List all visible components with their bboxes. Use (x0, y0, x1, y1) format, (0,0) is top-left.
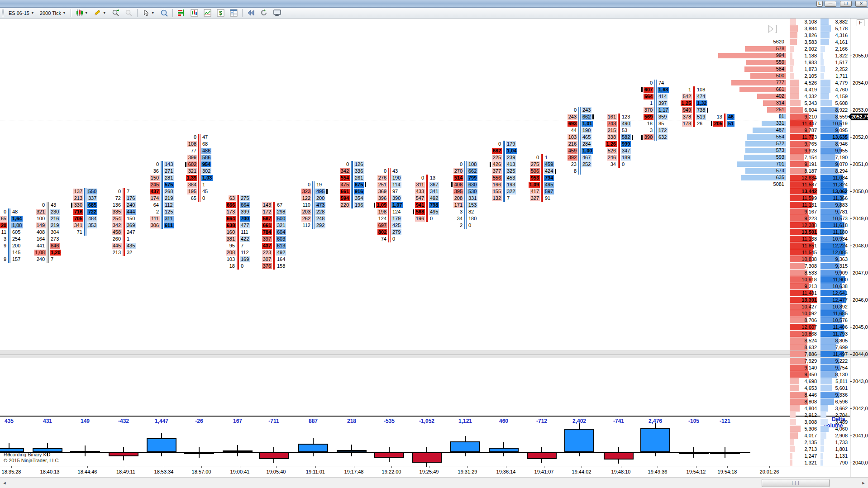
toolbar-grip[interactable] (2, 9, 4, 17)
focus-button[interactable]: F (857, 19, 864, 26)
profile-cell-fill (820, 426, 829, 432)
footprint-row: 110473 (294, 202, 332, 208)
profile-bid-cell: 11,481 (790, 290, 818, 296)
footprint-cell: 798 (429, 202, 446, 208)
profile-bid-cell: 11,545 (790, 249, 818, 256)
chart-style-button[interactable]: ▼ (73, 9, 91, 18)
drawing-tools-button[interactable]: ▼ (91, 9, 109, 18)
footprint-row: 408304 (29, 229, 67, 236)
bid-volume: 77 (190, 148, 197, 154)
ask-volume: 298 (276, 209, 286, 215)
instrument-selector[interactable]: ES 06-15▼ (6, 9, 37, 18)
zoom-in-button[interactable] (109, 9, 122, 18)
footprint-cell: 0 (560, 107, 577, 113)
scrollbar-thumb[interactable]: | | | (762, 479, 830, 487)
time-axis-tick (544, 466, 544, 468)
bid-volume: 1,08 (34, 250, 46, 256)
interval-selector[interactable]: 2000 Tick▼ (37, 9, 69, 18)
close-button[interactable]: ✕ (855, 1, 867, 7)
profile-value: 8,533 (804, 270, 817, 275)
workspace-button[interactable] (271, 9, 284, 18)
footprint-cell: 160 (219, 229, 236, 235)
bid-volume: 377 (492, 168, 502, 174)
cursor-tool-button[interactable]: ▼ (139, 9, 157, 18)
scroll-right-icon[interactable]: ► (860, 479, 867, 487)
footprint-cell: 367 (429, 182, 446, 188)
ask-volume: 473 (315, 202, 325, 208)
bid-volume: 122 (301, 195, 311, 201)
reload-button[interactable] (258, 9, 271, 18)
footprint-row: 395530 (446, 188, 484, 195)
footprint-cell: 354 (354, 195, 371, 201)
footprint-bar: 0108270662514799408630395530208331171153… (446, 161, 484, 229)
footprint-row: 6821,04 (485, 147, 523, 154)
zoom-out-button[interactable] (122, 9, 135, 18)
interval-label: 2000 Tick (40, 10, 61, 16)
price-axis-label: 2051,00 (853, 161, 868, 167)
chart-surface[interactable]: F Recording Binary KO © 2015 NinjaTrader… (0, 19, 868, 477)
indicator-button[interactable] (201, 9, 214, 18)
profile-value: 4,419 (804, 87, 817, 92)
rewind-button[interactable] (244, 9, 258, 18)
profile-histogram-value: 994 (776, 52, 784, 58)
footprint-cell: 949 (675, 107, 692, 113)
ask-volume: 399 (240, 209, 250, 215)
footprint-cell: 341 (66, 223, 83, 228)
footprint-row: 949738 (675, 107, 713, 114)
region-zoom-button[interactable] (157, 9, 171, 18)
minimize-button[interactable]: — (825, 1, 836, 7)
account-button[interactable]: $ (214, 9, 227, 18)
ask-volume: 108 (696, 87, 706, 93)
footprint-cell: 307 (255, 256, 272, 262)
footprint-bar: 0143362711502812455754372681742196411221… (143, 161, 181, 229)
market-analyzer-button[interactable] (175, 9, 188, 18)
bid-volume: 1,09 (376, 202, 387, 208)
bid-volume: 342 (340, 168, 350, 174)
footprint-cell: 7 (240, 243, 257, 249)
delta-wick (503, 442, 504, 448)
footprint-cell: 111 (143, 216, 160, 222)
profile-value: 5,811 (835, 379, 848, 384)
footprint-row: 3841 (180, 181, 218, 188)
footprint-cell: 108 (696, 87, 713, 93)
profile-value: 8,706 (804, 317, 817, 323)
footprint-cell: 607 (636, 87, 653, 93)
time-axis-tick (429, 466, 429, 468)
profile-bid-cell: 2,912 (790, 412, 818, 418)
bid-volume: 370 (644, 107, 653, 113)
profile-histogram-value: 314 (776, 100, 784, 105)
footprint-cell: 500 (276, 216, 293, 222)
ask-volume: 875 (354, 182, 364, 188)
footprint-row: 013 (408, 175, 446, 181)
title-bar[interactable]: L — ❐ ✕ (0, 0, 868, 8)
profile-value: 7,699 (835, 345, 848, 350)
scroll-left-icon[interactable]: ◄ (1, 479, 8, 487)
orders-grid-button[interactable] (227, 9, 240, 18)
profile-ask-cell: 4,779 (820, 80, 849, 86)
footprint-cell: 743 (600, 121, 617, 127)
chart-trader-button[interactable] (188, 9, 201, 18)
profile-cell-fill (820, 100, 832, 106)
profile-value: 12,388 (801, 223, 817, 228)
bid-volume: 213 (112, 250, 122, 256)
bid-volume: 251 (377, 182, 387, 188)
delta-bar (109, 452, 138, 456)
footprint-cell: 48 (11, 209, 28, 215)
delta-wick (9, 443, 10, 448)
footprint-cell: 1,26 (600, 141, 617, 147)
footprint-cell: 414 (658, 94, 674, 99)
panel-splitter[interactable] (0, 351, 868, 358)
delta-value: -26 (179, 418, 219, 424)
bid-volume: 3 (459, 209, 463, 215)
horizontal-scrollbar[interactable]: ◄ | | | ► (0, 477, 868, 488)
profile-value: 11,685 (833, 311, 848, 316)
footprint-cell: 1,00 (582, 148, 598, 154)
footprint-cell: 34 (446, 216, 463, 222)
profile-ask-cell: 9,781 (820, 208, 849, 215)
profile-histogram-value: 5081 (773, 181, 784, 187)
delta-value: -535 (369, 418, 410, 424)
window-logo-button[interactable]: L (816, 1, 823, 7)
ask-volume: 604 (276, 229, 286, 235)
restore-button[interactable]: ❐ (840, 1, 852, 7)
profile-cell-fill (820, 398, 834, 405)
